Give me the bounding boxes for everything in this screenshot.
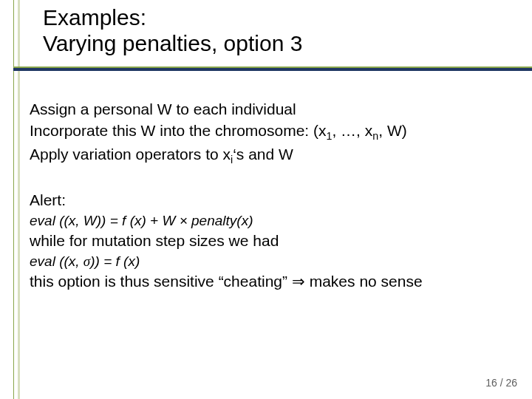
body-line: Apply variation operators to xi‘s and W: [30, 144, 514, 168]
body-line: Incorporate this W into the chromosome: …: [30, 120, 514, 144]
title-area: Examples: Varying penalties, option 3: [13, 0, 520, 66]
conclusion-line: this option is thus sensitive “cheating”…: [30, 271, 514, 293]
alert-label: Alert:: [30, 190, 514, 211]
body-line: Assign a personal W to each individual: [30, 99, 514, 120]
equation-1: eval ((x, W)) = f (x) + W × penalty(x): [30, 211, 514, 231]
slide-body: Assign a personal W to each individual I…: [30, 99, 514, 293]
slide-title: Examples: Varying penalties, option 3: [43, 4, 302, 57]
title-line-2: Varying penalties, option 3: [43, 30, 302, 56]
underline-navy: [13, 68, 532, 71]
title-underline: [13, 66, 532, 71]
equation-2: eval ((x, σ)) = f (x): [30, 252, 514, 271]
while-line: while for mutation step sizes we had: [30, 231, 514, 252]
title-line-1: Examples:: [43, 4, 302, 30]
slide: Examples: Varying penalties, option 3 As…: [0, 0, 532, 399]
page-number: 16 / 26: [485, 377, 517, 389]
